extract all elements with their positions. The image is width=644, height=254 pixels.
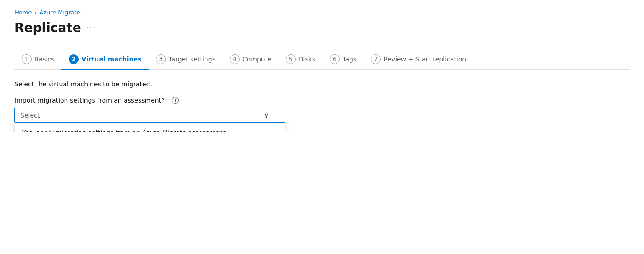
page-container: Home › Azure Migrate › Replicate ··· 1 B…: [0, 0, 644, 132]
step-circle-6: 6: [330, 54, 340, 64]
breadcrumb-azure-migrate[interactable]: Azure Migrate: [39, 9, 80, 16]
tab-disks[interactable]: 5 Disks: [279, 50, 322, 70]
breadcrumb: Home › Azure Migrate ›: [14, 9, 630, 16]
chevron-down-icon: ∨: [264, 112, 269, 119]
field-label-text: Import migration settings from an assess…: [14, 97, 165, 104]
tab-review-start-label: Review + Start replication: [383, 56, 466, 63]
tab-review-start[interactable]: 7 Review + Start replication: [364, 50, 473, 70]
tab-tags[interactable]: 6 Tags: [322, 50, 364, 70]
required-star: *: [167, 97, 170, 104]
tab-virtual-machines[interactable]: 2 Virtual machines: [61, 50, 149, 70]
tab-tags-label: Tags: [342, 56, 356, 63]
dropdown-menu: Yes, apply migration settings from an Az…: [14, 123, 285, 132]
more-options-button[interactable]: ···: [86, 23, 97, 33]
tab-target-settings-label: Target settings: [168, 56, 215, 63]
step-circle-3: 3: [156, 54, 166, 64]
section-description: Select the virtual machines to be migrat…: [14, 80, 630, 88]
tab-virtual-machines-label: Virtual machines: [81, 56, 141, 63]
tab-target-settings[interactable]: 3 Target settings: [149, 50, 223, 70]
content-section: Select the virtual machines to be migrat…: [14, 80, 630, 123]
page-title: Replicate: [14, 20, 81, 35]
select-placeholder: Select: [20, 112, 40, 119]
tab-basics-label: Basics: [34, 56, 54, 63]
field-label-row: Import migration settings from an assess…: [14, 97, 630, 104]
wizard-tabs: 1 Basics 2 Virtual machines 3 Target set…: [14, 50, 630, 70]
step-circle-5: 5: [286, 54, 296, 64]
breadcrumb-sep-2: ›: [83, 9, 85, 16]
tab-compute-label: Compute: [243, 56, 271, 63]
step-circle-1: 1: [22, 54, 32, 64]
step-circle-4: 4: [230, 54, 240, 64]
page-title-row: Replicate ···: [14, 20, 630, 35]
breadcrumb-home[interactable]: Home: [14, 9, 32, 16]
tab-compute[interactable]: 4 Compute: [223, 50, 279, 70]
dropdown-option-yes[interactable]: Yes, apply migration settings from an Az…: [15, 123, 285, 132]
breadcrumb-sep-1: ›: [34, 9, 37, 16]
tab-basics[interactable]: 1 Basics: [14, 50, 61, 70]
step-circle-2: 2: [69, 54, 79, 64]
step-circle-7: 7: [371, 54, 381, 64]
tab-disks-label: Disks: [299, 56, 315, 63]
info-icon[interactable]: i: [172, 97, 179, 104]
select-wrapper: Select ∨ Yes, apply migration settings f…: [14, 108, 285, 123]
select-input[interactable]: Select ∨: [14, 108, 285, 123]
